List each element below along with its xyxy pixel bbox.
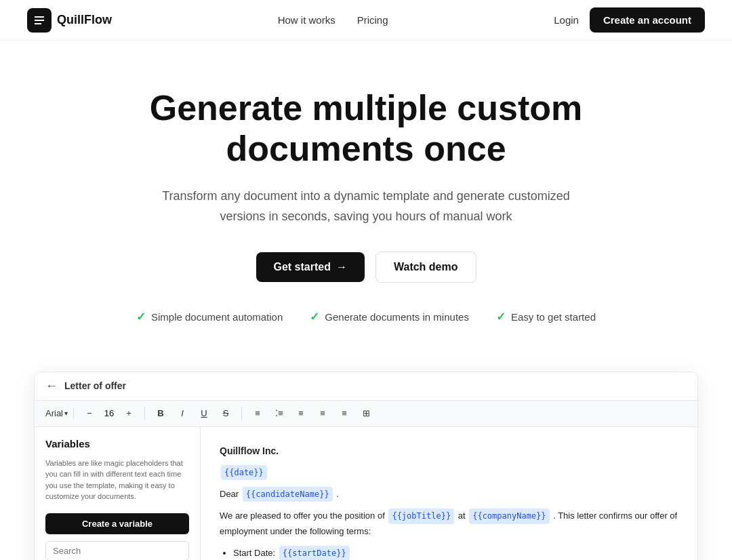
get-started-button[interactable]: Get started →	[256, 252, 365, 282]
start-date-variable[interactable]: {{startDate}}	[279, 546, 350, 560]
doc-toolbar: Arial ▾ − 16 + B I U S ≡ ⁚≡ ≡ ≡ ≡ ⊞	[35, 401, 697, 427]
sidebar-title: Variables	[45, 438, 189, 449]
chevron-down-icon[interactable]: ▾	[64, 409, 68, 417]
candidate-name-variable[interactable]: {{candidateName}}	[243, 487, 333, 502]
font-size-decrease[interactable]: −	[81, 405, 98, 422]
demo-section: ← Letter of offer Arial ▾ − 16 + B I U S…	[34, 372, 698, 560]
watch-demo-button[interactable]: Watch demo	[375, 252, 476, 283]
check-icon-1: ✓	[136, 310, 146, 324]
feature-label-1: Simple document automation	[151, 311, 283, 323]
logo-text: QuillFlow	[57, 13, 112, 27]
font-name[interactable]: Arial	[45, 408, 63, 418]
job-title-variable-1[interactable]: {{jobTitle}}	[388, 508, 454, 523]
feature-badge-3: ✓ Easy to get started	[496, 310, 596, 324]
align-right-button[interactable]: ≡	[336, 405, 353, 422]
align-left-button[interactable]: ≡	[249, 405, 266, 422]
font-size-increase[interactable]: +	[120, 405, 138, 422]
create-account-button[interactable]: Create an account	[590, 7, 705, 33]
sidebar-description: Variables are like magic placeholders th…	[45, 458, 189, 502]
company-name: Quillflow Inc.	[220, 443, 678, 460]
create-variable-button[interactable]: Create a variable	[45, 513, 189, 534]
italic-button[interactable]: I	[174, 405, 191, 422]
hero-section: Generate multiple custom documents once …	[61, 41, 671, 358]
term-start-date: Start Date: {{startDate}}	[233, 546, 678, 560]
feature-badge-2: ✓ Generate documents in minutes	[310, 310, 469, 324]
feature-label-2: Generate documents in minutes	[325, 311, 469, 323]
nav-pricing[interactable]: Pricing	[357, 14, 388, 26]
doc-title: Letter of offer	[64, 380, 126, 391]
bold-button[interactable]: B	[152, 405, 169, 422]
nav-actions: Login Create an account	[554, 7, 705, 33]
feature-badges: ✓ Simple document automation ✓ Generate …	[75, 310, 657, 324]
date-variable[interactable]: {{date}}	[221, 465, 267, 480]
company-name-variable-1[interactable]: {{companyName}}	[469, 508, 549, 523]
ordered-list-button[interactable]: ⁚≡	[270, 405, 288, 422]
feature-label-3: Easy to get started	[511, 311, 596, 323]
navbar: QuillFlow How it works Pricing Login Cre…	[0, 0, 732, 41]
hero-subheadline: Transform any document into a dynamic te…	[149, 186, 583, 227]
logo-link[interactable]: QuillFlow	[27, 8, 112, 33]
feature-badge-1: ✓ Simple document automation	[136, 310, 283, 324]
strikethrough-button[interactable]: S	[217, 405, 235, 422]
logo-icon	[27, 8, 52, 33]
nav-links: How it works Pricing	[278, 14, 388, 26]
insert-image-button[interactable]: ⊞	[357, 405, 375, 422]
check-icon-2: ✓	[310, 310, 319, 324]
underline-button[interactable]: U	[195, 405, 213, 422]
opening-line: We are pleased to offer you the position…	[220, 508, 678, 538]
sep-1	[144, 407, 145, 420]
back-icon[interactable]: ←	[45, 379, 58, 393]
doc-content: Quillflow Inc. {{date}} Dear {{candidate…	[201, 427, 697, 560]
doc-header: ← Letter of offer	[35, 372, 697, 401]
nav-how-it-works[interactable]: How it works	[278, 14, 336, 26]
variable-search-input[interactable]	[45, 541, 189, 560]
date-line: {{date}}	[220, 465, 678, 480]
greeting-line: Dear {{candidateName}} .	[220, 487, 678, 502]
login-link[interactable]: Login	[554, 14, 579, 26]
hero-buttons: Get started → Watch demo	[75, 252, 657, 283]
variables-sidebar: Variables Variables are like magic place…	[35, 427, 201, 560]
arrow-icon: →	[336, 261, 347, 273]
font-size-value: 16	[102, 408, 116, 418]
font-selector: Arial ▾	[45, 408, 74, 418]
hero-headline: Generate multiple custom documents once	[75, 88, 657, 169]
check-icon-3: ✓	[496, 310, 506, 324]
unordered-list-button[interactable]: ≡	[292, 405, 310, 422]
sep-2	[241, 407, 242, 420]
align-center-button[interactable]: ≡	[314, 405, 331, 422]
terms-list: Start Date: {{startDate}} Position: {{jo…	[233, 546, 678, 560]
doc-body: Variables Variables are like magic place…	[35, 427, 697, 560]
